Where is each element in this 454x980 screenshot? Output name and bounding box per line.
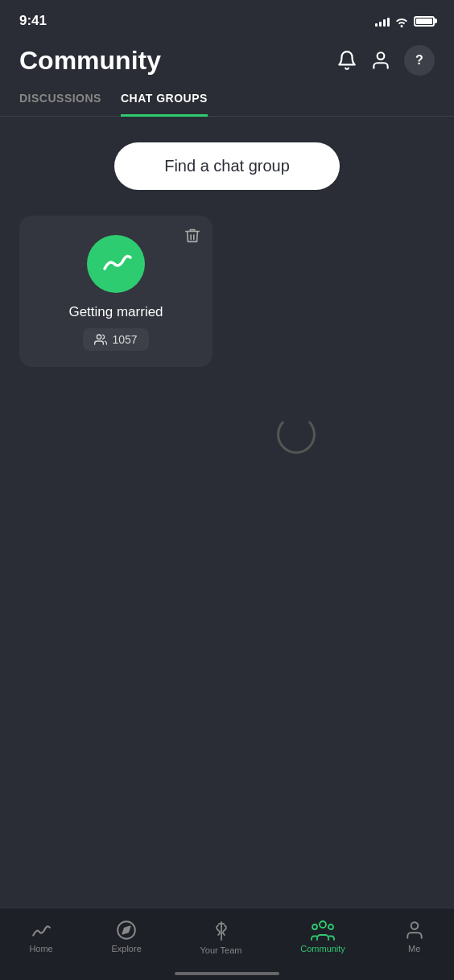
svg-point-9 xyxy=(411,922,418,929)
svg-marker-3 xyxy=(123,926,130,933)
nav-your-team[interactable]: Your Team xyxy=(188,916,255,958)
notification-button[interactable] xyxy=(336,50,357,71)
signal-bars-icon xyxy=(375,15,390,27)
your-team-icon xyxy=(210,920,233,942)
nav-home[interactable]: Home xyxy=(16,916,65,957)
svg-point-0 xyxy=(378,52,385,60)
nav-community[interactable]: Community xyxy=(287,916,358,957)
battery-icon xyxy=(414,16,435,27)
home-icon xyxy=(31,920,52,941)
nav-me-label: Me xyxy=(408,944,420,953)
loading-spinner xyxy=(277,415,316,454)
group-avatar xyxy=(87,235,145,293)
delete-group-button[interactable] xyxy=(184,227,201,245)
me-icon xyxy=(404,920,425,941)
nav-me[interactable]: Me xyxy=(391,916,438,957)
compass-icon xyxy=(116,920,137,941)
member-count: 1057 xyxy=(112,333,137,346)
find-chat-group-button[interactable]: Find a chat group xyxy=(114,142,340,190)
status-icons xyxy=(375,14,435,28)
svg-point-1 xyxy=(97,335,101,339)
nav-home-label: Home xyxy=(29,944,52,953)
svg-point-7 xyxy=(312,924,317,929)
nav-your-team-label: Your Team xyxy=(200,945,242,955)
bell-icon xyxy=(336,50,357,71)
wifi-icon xyxy=(394,14,409,28)
group-card[interactable]: Getting married 1057 xyxy=(19,216,213,367)
profile-button[interactable] xyxy=(370,50,391,71)
tab-discussions[interactable]: DISCUSSIONS xyxy=(19,92,101,117)
trash-icon xyxy=(184,227,201,245)
status-bar: 9:41 xyxy=(0,0,454,39)
member-count-badge: 1057 xyxy=(83,328,148,351)
help-button[interactable]: ? xyxy=(404,45,435,76)
tabs: DISCUSSIONS CHAT GROUPS xyxy=(0,76,454,117)
home-indicator xyxy=(175,972,279,975)
nav-explore-label: Explore xyxy=(111,944,141,953)
group-name: Getting married xyxy=(68,304,163,320)
bottom-nav: Home Explore Your Team Community xyxy=(0,908,454,980)
help-label: ? xyxy=(415,53,423,68)
nav-community-label: Community xyxy=(300,944,345,953)
svg-point-6 xyxy=(320,921,326,928)
header: Community ? xyxy=(0,39,454,76)
user-icon xyxy=(370,50,391,71)
main-content: Find a chat group Getting married xyxy=(0,117,454,473)
tab-chat-groups[interactable]: CHAT GROUPS xyxy=(121,92,208,117)
nav-explore[interactable]: Explore xyxy=(98,916,154,957)
page-title: Community xyxy=(19,46,161,76)
community-icon xyxy=(311,920,335,941)
status-time: 9:41 xyxy=(19,13,47,29)
group-avatar-icon xyxy=(98,246,134,282)
svg-point-8 xyxy=(328,924,333,929)
header-actions: ? xyxy=(336,45,435,76)
members-icon xyxy=(94,333,107,346)
group-cards-list: Getting married 1057 xyxy=(19,216,435,367)
